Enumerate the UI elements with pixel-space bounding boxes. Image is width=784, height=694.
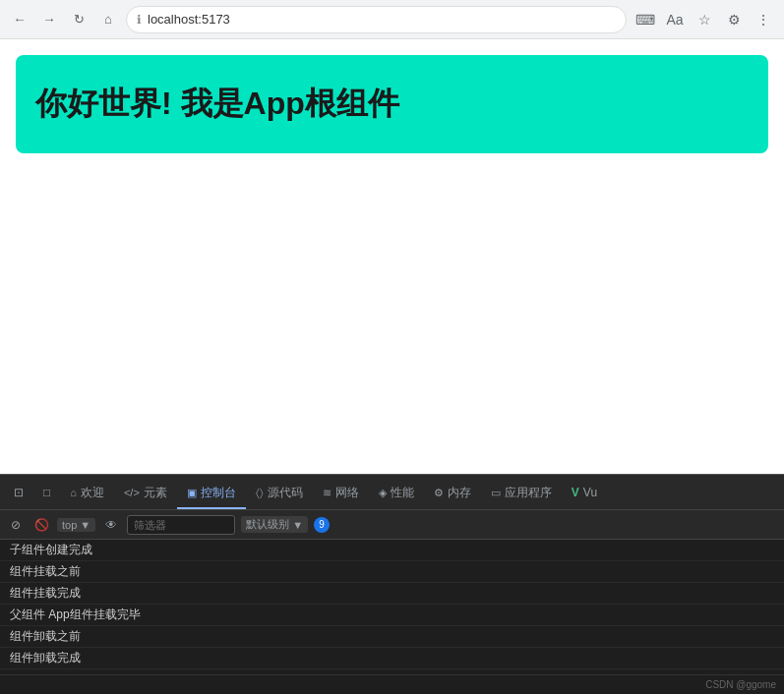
read-mode-icon[interactable]: Aa [662, 7, 688, 32]
eye-button[interactable]: 👁 [101, 515, 121, 535]
filter-input[interactable] [127, 515, 235, 535]
browser-toolbar: ← → ↻ ⌂ ℹ localhost:5173 ⌨ Aa ☆ ⚙ ⋮ [0, 0, 784, 39]
devtools-panel: ⊡ □ ⌂欢迎 </>元素 ▣控制台 〈〉源代码 ≋网络 ◈性能 ⚙内存 ▭应用… [0, 474, 784, 694]
level-dropdown-icon: ▼ [292, 519, 303, 531]
tab-performance[interactable]: ◈性能 [369, 478, 424, 509]
log-row: 子组件创建完成 [0, 540, 784, 561]
log-count-badge: 9 [314, 517, 330, 533]
lock-icon: ℹ [137, 13, 142, 27]
app-banner: 你好世界! 我是App根组件 [16, 55, 768, 153]
translate-icon[interactable]: ⌨ [633, 7, 658, 32]
page-content: 你好世界! 我是App根组件 [0, 39, 784, 474]
tab-elements[interactable]: </>元素 [114, 478, 177, 509]
menu-icon[interactable]: ⋮ [751, 7, 776, 32]
tab-network[interactable]: ≋网络 [313, 478, 369, 509]
tab-device-toggle[interactable]: ⊡ [4, 478, 33, 509]
default-level-selector[interactable]: 默认级别 ▼ [241, 516, 308, 533]
tab-sources[interactable]: 〈〉源代码 [246, 478, 313, 509]
settings-icon[interactable]: ⚙ [721, 7, 747, 32]
dropdown-icon: ▼ [80, 519, 90, 531]
devtools-tabs: ⊡ □ ⌂欢迎 </>元素 ▣控制台 〈〉源代码 ≋网络 ◈性能 ⚙内存 ▭应用… [0, 475, 784, 510]
home-button[interactable]: ⌂ [96, 8, 120, 31]
context-label: top [62, 519, 77, 531]
context-selector[interactable]: top ▼ [57, 518, 95, 532]
no-entry-button[interactable]: 🚫 [31, 515, 51, 535]
log-row: 父组件 App组件挂载完毕 [0, 605, 784, 626]
forward-button[interactable]: → [37, 8, 61, 31]
refresh-button[interactable]: ↻ [67, 8, 90, 31]
bookmark-icon[interactable]: ☆ [692, 7, 717, 32]
clear-console-button[interactable]: ⊘ [6, 515, 26, 535]
toolbar-icons: ⌨ Aa ☆ ⚙ ⋮ [633, 7, 776, 32]
tab-vue[interactable]: VVu [562, 478, 607, 509]
tab-memory[interactable]: ⚙内存 [424, 478, 481, 509]
console-log-area[interactable]: 子组件创建完成 组件挂载之前 组件挂载完成 父组件 App组件挂载完毕 组件卸载… [0, 540, 784, 674]
tab-console[interactable]: ▣控制台 [177, 478, 246, 509]
url-text: localhost:5173 [148, 12, 230, 27]
default-level-label: 默认级别 [246, 517, 289, 532]
devtools-bottom-bar: CSDN @ggome [0, 674, 784, 694]
log-row: 组件卸载完成 [0, 648, 784, 669]
log-row: 组件卸载之前 [0, 626, 784, 648]
console-toolbar: ⊘ 🚫 top ▼ 👁 默认级别 ▼ 9 [0, 510, 784, 540]
log-row: 组件挂载完成 [0, 583, 784, 605]
tab-application[interactable]: ▭应用程序 [481, 478, 562, 509]
address-bar[interactable]: ℹ localhost:5173 [126, 6, 627, 33]
log-row: 组件挂载之前 [0, 561, 784, 583]
branding-text: CSDN @ggome [705, 679, 776, 690]
back-button[interactable]: ← [8, 8, 31, 31]
tab-welcome[interactable]: ⌂欢迎 [60, 478, 114, 509]
app-title: 你好世界! 我是App根组件 [35, 83, 399, 126]
tab-device-mode[interactable]: □ [33, 478, 60, 509]
